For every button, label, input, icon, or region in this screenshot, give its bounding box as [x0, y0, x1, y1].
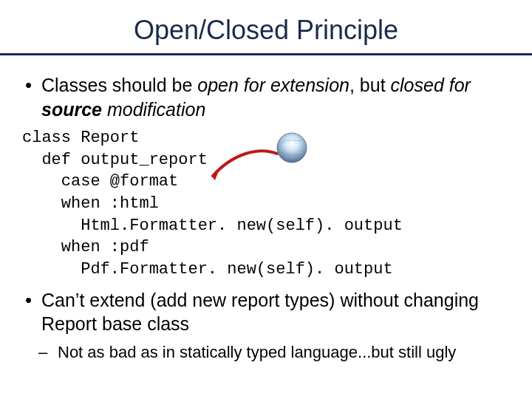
title-divider	[0, 53, 532, 55]
text: Classes should be	[41, 75, 197, 95]
bullet-cant-extend: Can’t extend (add new report types) with…	[22, 288, 510, 336]
text: Not as bad as in statically typed langua…	[58, 343, 456, 361]
text: , but	[349, 75, 391, 95]
bullet-open-closed: Classes should be open for extension, bu…	[22, 73, 510, 121]
text: Can’t extend (add new report types) with…	[41, 290, 479, 335]
text-italic: open for extension	[197, 75, 349, 95]
slide: Open/Closed Principle Classes should be …	[0, 0, 532, 399]
text-italic-bold: source	[41, 99, 102, 120]
text-italic: modification	[102, 99, 205, 120]
page-title: Open/Closed Principle	[22, 15, 510, 46]
sub-bullet-not-as-bad: Not as bad as in statically typed langua…	[22, 342, 510, 364]
code-block: class Report def output_report case @for…	[22, 127, 510, 281]
code-block-wrap: class Report def output_report case @for…	[22, 127, 510, 281]
text-italic: closed for	[391, 75, 471, 95]
